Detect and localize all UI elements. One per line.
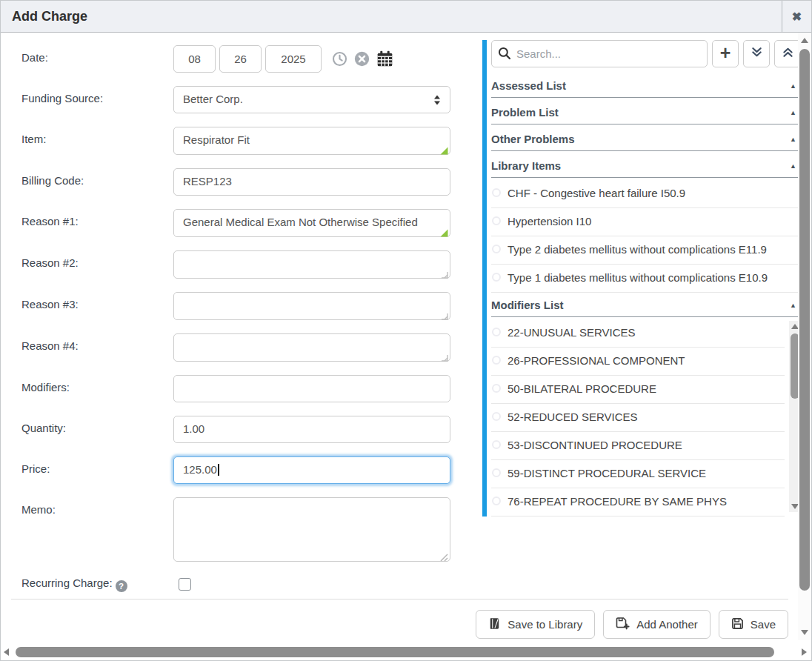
add-code-button[interactable]: + <box>712 40 739 67</box>
horizontal-scrollbar[interactable] <box>1 645 808 659</box>
clear-date-icon[interactable] <box>354 51 370 67</box>
reason1-textarea[interactable]: General Medical Exam Not Otherwise Speci… <box>173 209 450 237</box>
item-textarea[interactable]: Respirator Fit <box>173 127 450 155</box>
modal-header: Add Charge <box>1 1 811 33</box>
reason1-row: Reason #1: General Medical Exam Not Othe… <box>21 209 453 237</box>
reason3-row: Reason #3: <box>21 292 453 320</box>
list-item[interactable]: Type 2 diabetes mellitus without complic… <box>491 236 801 265</box>
section-header-modifiers-list[interactable]: Modifiers List ▲ <box>491 293 801 317</box>
calendar-icon[interactable] <box>376 50 393 67</box>
save-to-library-button[interactable]: Save to Library <box>476 610 595 639</box>
section-header-library-items[interactable]: Library Items ▲ <box>491 153 801 178</box>
scroll-up-icon[interactable] <box>801 38 808 43</box>
list-item[interactable]: Type 1 diabetes mellitus without complic… <box>491 265 801 293</box>
resize-grip-icon[interactable] <box>440 268 448 276</box>
recurring-checkbox[interactable] <box>179 578 191 591</box>
billing-code-row: Billing Code: RESP123 <box>21 168 453 196</box>
price-input[interactable]: 125.00 <box>173 456 450 484</box>
floppy-icon <box>731 617 744 632</box>
reason1-label: Reason #1: <box>21 209 173 237</box>
close-button[interactable]: ✖ <box>782 1 811 32</box>
add-charge-modal: Add Charge ✖ Date: 08 26 2025 <box>0 0 812 661</box>
search-icon <box>498 47 511 63</box>
list-item[interactable]: CHF - Congestive heart failure I50.9 <box>491 180 801 208</box>
resize-grip-icon[interactable] <box>440 551 448 559</box>
modifiers-input[interactable] <box>173 375 450 402</box>
resize-grip-icon[interactable] <box>440 227 448 235</box>
list-item[interactable]: 53-DISCONTINUED PROCEDURE <box>491 432 785 460</box>
resize-grip-icon[interactable] <box>440 310 448 318</box>
circle-bullet-icon <box>492 356 501 365</box>
item-label: Item: <box>21 127 173 155</box>
recurring-row: Recurring Charge:? <box>21 575 453 594</box>
reason3-textarea[interactable] <box>173 292 450 320</box>
date-day-input[interactable]: 26 <box>219 45 262 73</box>
expand-all-button[interactable] <box>743 40 770 67</box>
circle-bullet-icon <box>492 384 501 393</box>
list-item[interactable]: 52-REDUCED SERVICES <box>491 404 785 432</box>
modifiers-list: 22-UNUSUAL SERVICES 26-PROFESSIONAL COMP… <box>491 319 801 516</box>
list-item[interactable]: 22-UNUSUAL SERVICES <box>491 319 785 348</box>
item-row: Item: Respirator Fit <box>21 127 453 155</box>
scrollbar-thumb[interactable] <box>799 49 810 591</box>
reason2-row: Reason #2: <box>21 250 453 279</box>
section-label: Other Problems <box>491 133 575 145</box>
close-icon: ✖ <box>792 10 802 24</box>
memo-textarea[interactable] <box>173 497 450 562</box>
date-row: Date: 08 26 2025 <box>21 45 453 73</box>
funding-source-value: Better Corp. <box>183 93 243 105</box>
vertical-scrollbar[interactable] <box>798 33 811 640</box>
double-chevron-up-icon <box>782 46 794 62</box>
text-caret <box>218 464 219 476</box>
list-item[interactable]: 50-BILATERAL PROCEDURE <box>491 376 785 404</box>
price-label: Price: <box>21 456 173 484</box>
section-header-other-problems[interactable]: Other Problems ▲ <box>491 127 801 151</box>
save-plus-icon <box>616 617 630 632</box>
add-another-button[interactable]: Add Another <box>603 610 710 639</box>
book-icon <box>488 617 501 632</box>
scroll-left-icon[interactable] <box>4 648 9 656</box>
circle-bullet-icon <box>492 273 501 282</box>
reason2-label: Reason #2: <box>21 250 173 279</box>
billing-code-label: Billing Code: <box>21 168 173 196</box>
quantity-value: 1.00 <box>183 422 204 435</box>
collapse-all-button[interactable] <box>774 40 801 67</box>
list-item[interactable]: 26-PROFESSIONAL COMPONENT <box>491 348 785 376</box>
resize-grip-icon[interactable] <box>440 145 448 153</box>
search-input[interactable] <box>491 40 708 67</box>
clock-icon[interactable] <box>332 51 347 67</box>
resize-grip-icon[interactable] <box>440 351 448 359</box>
help-icon[interactable]: ? <box>116 580 127 592</box>
section-label: Modifiers List <box>491 299 564 311</box>
circle-bullet-icon <box>492 328 501 336</box>
list-item[interactable]: Hypertension I10 <box>491 208 801 236</box>
circle-bullet-icon <box>492 440 501 449</box>
date-year-input[interactable]: 2025 <box>265 45 322 73</box>
section-header-problem-list[interactable]: Problem List ▲ <box>491 100 801 124</box>
scroll-right-icon[interactable] <box>802 648 807 656</box>
price-value: 125.00 <box>183 463 217 476</box>
section-header-assessed-list[interactable]: Assessed List ▲ <box>491 73 801 98</box>
scrollbar-thumb[interactable] <box>16 647 774 657</box>
circle-bullet-icon <box>492 468 501 477</box>
reason1-value: General Medical Exam Not Otherwise Speci… <box>183 216 418 228</box>
save-label: Save <box>751 618 776 631</box>
quantity-label: Quantity: <box>21 416 173 443</box>
plus-icon: + <box>720 44 731 62</box>
double-chevron-down-icon <box>751 46 763 62</box>
reason4-textarea[interactable] <box>173 333 450 362</box>
funding-source-select[interactable]: Better Corp. <box>173 86 450 113</box>
list-item[interactable]: 59-DISTINCT PROCEDURAL SERVICE <box>491 460 785 488</box>
footer-divider <box>11 599 788 599</box>
footer-buttons: Save to Library Add Another Save <box>476 610 788 639</box>
reason2-textarea[interactable] <box>173 250 450 279</box>
billing-code-input[interactable]: RESP123 <box>173 168 450 196</box>
save-button[interactable]: Save <box>719 610 788 639</box>
list-item[interactable]: 76-REPEAT PROCEDURE BY SAME PHYS <box>491 488 785 516</box>
scroll-down-icon[interactable] <box>801 630 808 635</box>
date-month-input[interactable]: 08 <box>173 45 216 73</box>
memo-label: Memo: <box>21 497 173 562</box>
section-label: Problem List <box>491 106 559 119</box>
quantity-row: Quantity: 1.00 <box>21 416 453 443</box>
quantity-input[interactable]: 1.00 <box>173 416 450 443</box>
